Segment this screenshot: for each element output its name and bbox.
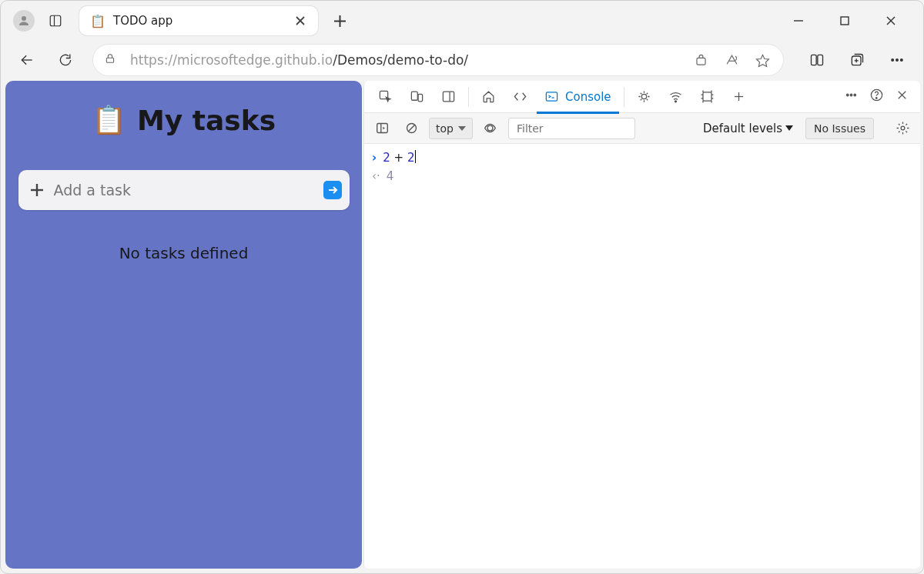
live-expression-icon[interactable] [479, 117, 502, 140]
input-chevron-icon: › [372, 149, 377, 167]
tab-close-button[interactable] [290, 11, 310, 31]
submit-task-button[interactable] [323, 181, 342, 199]
svg-point-23 [901, 59, 903, 62]
svg-rect-12 [106, 58, 113, 62]
svg-rect-17 [818, 55, 823, 65]
svg-rect-32 [546, 92, 557, 101]
levels-label: Default levels [703, 122, 782, 135]
minimize-button[interactable] [786, 8, 811, 33]
close-window-button[interactable] [879, 8, 903, 33]
url-host: https://microsoftedge.github.io [130, 52, 333, 68]
issues-button[interactable]: No Issues [805, 118, 874, 139]
site-info-lock-icon[interactable] [104, 52, 119, 68]
svg-point-34 [641, 94, 646, 98]
svg-rect-8 [841, 17, 849, 25]
svg-marker-15 [756, 55, 768, 66]
execution-context-selector[interactable]: top [429, 118, 473, 139]
svg-rect-29 [418, 94, 423, 101]
devtools-close-icon[interactable] [895, 88, 909, 105]
log-levels-selector[interactable]: Default levels [703, 122, 793, 135]
dropdown-caret-icon [458, 126, 466, 131]
svg-point-49 [854, 94, 856, 96]
profile-avatar[interactable] [13, 10, 35, 32]
performance-tab-icon[interactable] [692, 81, 722, 113]
console-expression: 2 + 2 [383, 149, 416, 167]
console-tab[interactable]: Console [537, 81, 619, 113]
more-menu-icon[interactable] [880, 43, 914, 77]
console-settings-icon[interactable] [891, 117, 914, 140]
browser-tab[interactable]: 📋 TODO app [79, 6, 318, 35]
svg-rect-13 [696, 58, 705, 65]
split-screen-icon[interactable] [800, 43, 834, 77]
svg-rect-30 [443, 92, 454, 102]
console-result-row: ‹· 4 [372, 167, 912, 185]
svg-point-22 [896, 59, 899, 62]
console-result: 4 [387, 167, 394, 185]
empty-state-text: No tasks defined [119, 244, 249, 262]
browser-window: 📋 TODO app https://microsofted [0, 0, 924, 574]
page-heading-text: My tasks [137, 105, 276, 136]
console-tab-label: Console [565, 90, 611, 104]
add-task-form [18, 170, 350, 210]
back-button[interactable] [10, 43, 44, 77]
svg-point-47 [846, 94, 849, 96]
read-aloud-icon[interactable] [721, 50, 742, 70]
svg-point-0 [22, 16, 26, 21]
collections-icon[interactable] [840, 43, 874, 77]
todo-page: 📋 My tasks No tasks defined [5, 81, 362, 569]
content-area: 📋 My tasks No tasks defined Co [1, 79, 923, 573]
dock-side-icon[interactable] [434, 81, 464, 113]
clear-console-icon[interactable] [400, 117, 423, 140]
inspect-element-icon[interactable] [370, 81, 400, 113]
url-path: /Demos/demo-to-do/ [333, 52, 468, 68]
elements-tab-icon[interactable] [505, 81, 535, 113]
sources-tab-icon[interactable] [629, 81, 659, 113]
toggle-sidebar-icon[interactable] [370, 117, 393, 140]
token-number: 2 [383, 151, 390, 165]
svg-rect-54 [377, 124, 387, 133]
welcome-tab-icon[interactable] [474, 81, 504, 113]
device-toolbar-icon[interactable] [402, 81, 432, 113]
address-bar: https://microsoftedge.github.io/Demos/de… [1, 41, 923, 79]
omnibox[interactable]: https://microsoftedge.github.io/Demos/de… [93, 45, 783, 75]
text-cursor [415, 150, 416, 163]
output-chevron-icon: ‹· [372, 167, 380, 185]
devtools-more-icon[interactable] [844, 88, 859, 105]
token-operator: + [394, 151, 404, 165]
console-filter-input[interactable] [508, 118, 635, 139]
token-number: 2 [407, 151, 415, 165]
plus-icon [28, 181, 46, 199]
maximize-button[interactable] [832, 8, 857, 33]
more-tabs-plus-icon[interactable] [724, 81, 754, 113]
separator [624, 87, 624, 107]
svg-rect-16 [812, 55, 817, 65]
network-tab-icon[interactable] [661, 81, 691, 113]
url-text: https://microsoftedge.github.io/Demos/de… [130, 52, 691, 68]
console-toolbar: top Default levels No Issues [364, 113, 920, 144]
separator [468, 87, 469, 107]
new-tab-button[interactable] [326, 7, 353, 35]
workspaces-icon[interactable] [42, 8, 69, 34]
svg-rect-28 [411, 92, 417, 100]
svg-rect-1 [50, 15, 61, 26]
favorite-star-icon[interactable] [752, 50, 772, 70]
omnibox-actions [691, 50, 772, 70]
context-label: top [436, 122, 454, 135]
dropdown-caret-icon [785, 125, 793, 131]
page-heading: 📋 My tasks [92, 104, 276, 136]
svg-point-21 [892, 59, 894, 62]
devtools-tabstrip: Console [364, 81, 920, 113]
svg-point-58 [488, 125, 494, 131]
devtools-help-icon[interactable] [869, 88, 884, 105]
svg-point-35 [675, 101, 676, 102]
tab-title: TODO app [113, 14, 290, 28]
devtools-panel: Console top [363, 81, 920, 569]
svg-rect-36 [703, 92, 711, 101]
add-task-input[interactable] [54, 182, 323, 199]
refresh-button[interactable] [49, 43, 82, 77]
svg-point-59 [901, 126, 905, 130]
console-output[interactable]: › 2 + 2 ‹· 4 [364, 144, 920, 569]
titlebar: 📋 TODO app [1, 1, 923, 41]
svg-point-48 [850, 94, 852, 96]
shopping-icon[interactable] [691, 50, 711, 70]
